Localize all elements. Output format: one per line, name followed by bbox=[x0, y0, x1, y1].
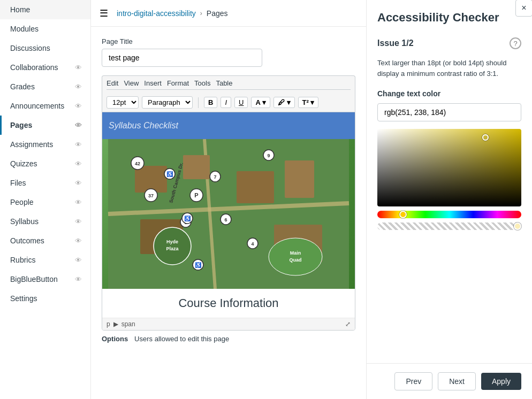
sidebar-item-files[interactable]: Files 👁 bbox=[0, 173, 90, 193]
font-size-select[interactable]: 12pt 14pt 18pt bbox=[107, 96, 139, 109]
breadcrumb-current: Pages bbox=[207, 9, 228, 18]
map-placeholder: Hyde Plaza Main Quad 9 7 6 bbox=[102, 139, 355, 289]
close-button[interactable]: × bbox=[515, 0, 532, 17]
editor-area: Page Title Edit View Insert Format Tools… bbox=[91, 27, 366, 399]
eye-icon: 👁 bbox=[75, 141, 82, 149]
color-value-input[interactable] bbox=[377, 103, 521, 121]
menu-table[interactable]: Table bbox=[216, 79, 232, 87]
options-label: Options bbox=[102, 335, 128, 343]
italic-button[interactable]: I bbox=[221, 97, 231, 108]
change-color-label: Change text color bbox=[377, 89, 521, 98]
sidebar-item-collaborations[interactable]: Collaborations 👁 bbox=[0, 58, 90, 77]
underline-button[interactable]: U bbox=[234, 97, 248, 108]
eye-icon: 👁 bbox=[75, 83, 82, 91]
toolbar-menu-items: Edit View Insert Format Tools Table bbox=[107, 79, 351, 90]
eye-icon: 👁 bbox=[75, 160, 82, 168]
color-picker-dot[interactable] bbox=[482, 134, 489, 141]
svg-text:42: 42 bbox=[135, 161, 140, 166]
opacity-slider[interactable] bbox=[377, 222, 521, 230]
svg-rect-4 bbox=[183, 155, 210, 179]
svg-text:Main: Main bbox=[290, 250, 301, 256]
eye-icon: 👁 bbox=[75, 275, 82, 283]
breadcrumb-app-link[interactable]: intro-digital-accessibility bbox=[117, 9, 196, 18]
action-buttons: Prev Next Apply bbox=[367, 363, 532, 399]
hue-slider[interactable] bbox=[377, 211, 521, 218]
sidebar-item-settings[interactable]: Settings bbox=[0, 289, 90, 308]
path-p[interactable]: p bbox=[107, 320, 110, 328]
menu-insert[interactable]: Insert bbox=[144, 79, 162, 87]
blue-banner: Syllabus Checklist bbox=[102, 112, 355, 139]
menu-format[interactable]: Format bbox=[167, 79, 189, 87]
svg-text:7: 7 bbox=[214, 174, 216, 180]
superscript-button[interactable]: T² ▾ bbox=[298, 97, 319, 108]
sidebar-item-quizzes[interactable]: Quizzes 👁 bbox=[0, 154, 90, 173]
font-color-button[interactable]: A ▾ bbox=[251, 97, 270, 108]
sidebar-item-label: Settings bbox=[10, 294, 37, 303]
svg-text:Plaza: Plaza bbox=[166, 246, 179, 251]
eye-icon: 👁 bbox=[75, 102, 82, 110]
eye-icon: 👁 bbox=[75, 237, 82, 245]
svg-rect-5 bbox=[237, 171, 274, 203]
sidebar-item-label: Modules bbox=[10, 25, 39, 33]
blue-banner-text: Syllabus Checklist bbox=[109, 121, 178, 131]
sidebar-item-people[interactable]: People 👁 bbox=[0, 193, 90, 212]
svg-text:♿: ♿ bbox=[195, 262, 202, 268]
path-span[interactable]: span bbox=[121, 320, 135, 328]
menu-edit[interactable]: Edit bbox=[107, 79, 118, 87]
sidebar-item-announcements[interactable]: Announcements 👁 bbox=[0, 96, 90, 116]
color-gradient[interactable] bbox=[377, 129, 521, 206]
sidebar-item-label: Rubrics bbox=[10, 256, 35, 264]
sidebar-item-label: Announcements bbox=[10, 102, 64, 110]
main-content: ☰ intro-digital-accessibility › Pages Pa… bbox=[91, 0, 366, 399]
sidebar-item-label: Syllabus bbox=[10, 217, 39, 226]
sidebar-item-syllabus[interactable]: Syllabus 👁 bbox=[0, 212, 90, 231]
a11y-title: Accessibility Checker bbox=[377, 11, 521, 25]
color-picker-area[interactable] bbox=[377, 129, 521, 230]
sidebar-item-label: Files bbox=[10, 179, 26, 187]
prev-button[interactable]: Prev bbox=[394, 372, 432, 390]
accessibility-checker-panel: × Accessibility Checker Issue 1/2 ? Text… bbox=[366, 0, 532, 399]
bold-button[interactable]: B bbox=[204, 97, 217, 108]
expand-icon[interactable]: ⤢ bbox=[345, 320, 351, 328]
sidebar: Home Modules Discussions Collaborations … bbox=[0, 0, 91, 399]
hue-thumb[interactable] bbox=[399, 211, 407, 218]
campus-map: Hyde Plaza Main Quad 9 7 6 bbox=[102, 139, 355, 289]
issue-description: Text larger than 18pt (or bold 14pt) sho… bbox=[377, 58, 521, 79]
sidebar-item-label: Pages bbox=[10, 121, 32, 129]
eye-icon: 👁 bbox=[75, 64, 82, 72]
topbar: ☰ intro-digital-accessibility › Pages bbox=[91, 0, 366, 27]
sidebar-item-label: Assignments bbox=[10, 140, 53, 149]
options-bar: Options Users allowed to edit this page bbox=[102, 331, 355, 347]
menu-view[interactable]: View bbox=[124, 79, 139, 87]
sidebar-item-outcomes[interactable]: Outcomes 👁 bbox=[0, 231, 90, 250]
highlight-button[interactable]: 🖊 ▾ bbox=[273, 97, 295, 108]
next-button[interactable]: Next bbox=[438, 372, 476, 390]
sidebar-item-pages[interactable]: Pages 👁 bbox=[0, 116, 90, 135]
sidebar-item-label: Home bbox=[10, 5, 30, 14]
sidebar-item-label: Collaborations bbox=[10, 63, 58, 72]
sidebar-item-bigbluebutton[interactable]: BigBlueButton 👁 bbox=[0, 270, 90, 289]
svg-text:Quad: Quad bbox=[289, 257, 301, 263]
eye-icon: 👁 bbox=[75, 198, 82, 206]
a11y-body: Accessibility Checker Issue 1/2 ? Text l… bbox=[367, 0, 532, 363]
opacity-thumb[interactable] bbox=[514, 222, 521, 230]
page-title-input[interactable] bbox=[102, 49, 262, 67]
svg-text:9: 9 bbox=[267, 153, 270, 158]
hamburger-icon[interactable]: ☰ bbox=[100, 7, 108, 19]
sidebar-item-assignments[interactable]: Assignments 👁 bbox=[0, 135, 90, 154]
svg-rect-6 bbox=[285, 160, 314, 198]
sidebar-item-rubrics[interactable]: Rubrics 👁 bbox=[0, 250, 90, 270]
sidebar-item-grades[interactable]: Grades 👁 bbox=[0, 77, 90, 96]
editor-footer-bar: p ▶ span ⤢ bbox=[102, 318, 355, 330]
apply-button[interactable]: Apply bbox=[481, 373, 521, 390]
svg-point-12 bbox=[269, 238, 322, 275]
paragraph-select[interactable]: Paragraph Heading 1 bbox=[142, 96, 193, 109]
breadcrumb-separator: › bbox=[200, 10, 202, 17]
eye-icon: 👁 bbox=[75, 179, 82, 187]
svg-text:Hyde: Hyde bbox=[166, 239, 178, 244]
menu-tools[interactable]: Tools bbox=[194, 79, 210, 87]
sidebar-item-discussions[interactable]: Discussions bbox=[0, 39, 90, 58]
sidebar-item-modules[interactable]: Modules bbox=[0, 19, 90, 39]
help-icon[interactable]: ? bbox=[510, 37, 521, 49]
sidebar-item-home[interactable]: Home bbox=[0, 0, 90, 19]
